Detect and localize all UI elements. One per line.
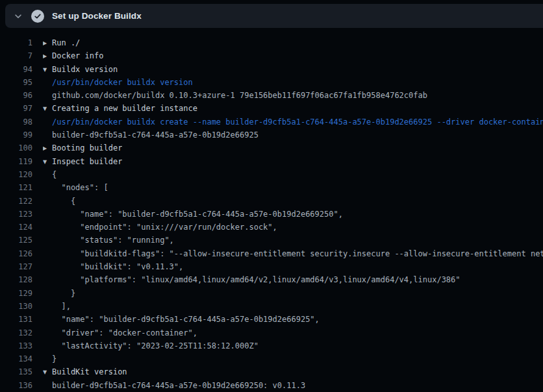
line-number[interactable]: 94 <box>0 63 32 76</box>
line-content: { <box>52 195 75 208</box>
log-line: 97 ▼Creating a new builder instance <box>0 102 543 115</box>
line-number[interactable]: 97 <box>0 102 32 115</box>
log-line: 120 { <box>0 168 543 181</box>
line-content[interactable]: ▼Inspect builder <box>43 155 122 168</box>
line-content[interactable]: ▼BuildKit version <box>43 365 127 378</box>
group-expanded-icon[interactable]: ▼ <box>43 156 52 168</box>
group-title[interactable]: Inspect builder <box>52 157 122 166</box>
line-number[interactable]: 122 <box>0 195 32 208</box>
line-content: "driver": "docker-container", <box>52 326 197 339</box>
group-expanded-icon[interactable]: ▼ <box>43 64 52 76</box>
group-expanded-icon[interactable]: ▼ <box>43 103 52 115</box>
line-number[interactable]: 133 <box>0 339 32 352</box>
log-line: 94 ▼Buildx version <box>0 63 543 76</box>
line-content: github.com/docker/buildx 0.10.3+azure-1 … <box>52 89 427 102</box>
line-number[interactable]: 7 <box>0 49 32 62</box>
line-number[interactable]: 125 <box>0 234 32 247</box>
line-content: "platforms": "linux/amd64,linux/amd64/v2… <box>52 273 461 286</box>
line-number[interactable]: 96 <box>0 89 32 102</box>
line-number[interactable]: 98 <box>0 116 32 129</box>
group-title[interactable]: BuildKit version <box>52 367 127 376</box>
log-line: 96 github.com/docker/buildx 0.10.3+azure… <box>0 89 543 102</box>
line-number[interactable]: 119 <box>0 155 32 168</box>
check-circle-icon <box>31 10 44 23</box>
line-content: } <box>52 287 75 300</box>
log-line: 135 ▼BuildKit version <box>0 365 543 378</box>
line-content: "name": "builder-d9cfb5a1-c764-445a-a57e… <box>52 208 343 221</box>
line-number[interactable]: 134 <box>0 352 32 365</box>
line-content: { <box>52 168 57 181</box>
line-content: "buildkitd-flags": "--allow-insecure-ent… <box>52 247 543 260</box>
log-line: 123 "name": "builder-d9cfb5a1-c764-445a-… <box>0 208 543 221</box>
line-number[interactable]: 124 <box>0 221 32 234</box>
line-number[interactable]: 95 <box>0 76 32 89</box>
line-number[interactable]: 136 <box>0 379 32 392</box>
line-number[interactable]: 99 <box>0 129 32 141</box>
log-line: 99 builder-d9cfb5a1-c764-445a-a57e-0b19d… <box>0 129 543 141</box>
log-line: 132 "driver": "docker-container", <box>0 326 543 339</box>
chevron-down-icon[interactable] <box>13 11 23 21</box>
group-collapsed-icon[interactable]: ▶ <box>43 142 52 154</box>
group-title[interactable]: Buildx version <box>52 65 118 74</box>
group-title[interactable]: Creating a new builder instance <box>52 104 197 113</box>
step-header[interactable]: Set up Docker Buildx <box>5 4 543 28</box>
line-content: builder-d9cfb5a1-c764-445a-a57e-0b19d2e6… <box>52 129 259 141</box>
log-body: 1 ▶Run ./ 7 ▶Docker info 94 ▼Buildx vers… <box>0 29 543 392</box>
log-line: 119 ▼Inspect builder <box>0 155 543 168</box>
line-content: "nodes": [ <box>52 181 108 194</box>
line-content: /usr/bin/docker buildx create --name bui… <box>52 116 543 129</box>
line-content[interactable]: ▼Creating a new builder instance <box>43 102 197 115</box>
line-number[interactable]: 121 <box>0 181 32 194</box>
group-collapsed-icon[interactable]: ▶ <box>43 50 52 62</box>
log-line: 136 builder-d9cfb5a1-c764-445a-a57e-0b19… <box>0 379 543 392</box>
line-number[interactable]: 131 <box>0 313 32 326</box>
group-title[interactable]: Docker info <box>52 51 103 60</box>
log-line: 125 "status": "running", <box>0 234 543 247</box>
log-line: 133 "lastActivity": "2023-02-25T11:58:12… <box>0 339 543 352</box>
group-title[interactable]: Booting builder <box>52 143 122 153</box>
line-number[interactable]: 129 <box>0 287 32 300</box>
line-content: "buildkit": "v0.11.3", <box>52 260 183 273</box>
log-line: 95 /usr/bin/docker buildx version <box>0 76 543 89</box>
line-number[interactable]: 123 <box>0 208 32 221</box>
log-line: 130 ], <box>0 300 543 313</box>
line-content[interactable]: ▶Booting builder <box>43 141 122 154</box>
log-line: 134 } <box>0 352 543 365</box>
line-content[interactable]: ▶Docker info <box>43 49 103 62</box>
line-content: "endpoint": "unix:///var/run/docker.sock… <box>52 221 277 234</box>
line-number[interactable]: 100 <box>0 141 32 154</box>
line-number[interactable]: 135 <box>0 365 32 378</box>
log-line: 98 /usr/bin/docker buildx create --name … <box>0 116 543 129</box>
log-line: 1 ▶Run ./ <box>0 36 543 49</box>
log-line: 100 ▶Booting builder <box>0 141 543 154</box>
line-content[interactable]: ▶Run ./ <box>43 36 80 49</box>
line-number[interactable]: 1 <box>0 36 32 49</box>
group-collapsed-icon[interactable]: ▶ <box>43 37 52 49</box>
line-number[interactable]: 132 <box>0 326 32 339</box>
line-content: ], <box>52 300 71 313</box>
log-line: 124 "endpoint": "unix:///var/run/docker.… <box>0 221 543 234</box>
line-content: "lastActivity": "2023-02-25T11:58:12.000… <box>52 339 259 352</box>
log-line: 122 { <box>0 195 543 208</box>
group-expanded-icon[interactable]: ▼ <box>43 366 52 378</box>
line-number[interactable]: 130 <box>0 300 32 313</box>
step-title: Set up Docker Buildx <box>52 11 142 21</box>
line-content: } <box>52 352 57 365</box>
log-line: 127 "buildkit": "v0.11.3", <box>0 260 543 273</box>
log-line: 131 "name": "builder-d9cfb5a1-c764-445a-… <box>0 313 543 326</box>
line-content: "status": "running", <box>52 234 174 247</box>
line-number[interactable]: 120 <box>0 168 32 181</box>
line-content[interactable]: ▼Buildx version <box>43 63 118 76</box>
line-number[interactable]: 127 <box>0 260 32 273</box>
line-content: "name": "builder-d9cfb5a1-c764-445a-a57e… <box>52 313 320 326</box>
line-number[interactable]: 128 <box>0 273 32 286</box>
group-title[interactable]: Run ./ <box>52 38 80 47</box>
log-line: 129 } <box>0 287 543 300</box>
log-line: 128 "platforms": "linux/amd64,linux/amd6… <box>0 273 543 286</box>
log-line: 121 "nodes": [ <box>0 181 543 194</box>
line-content: builder-d9cfb5a1-c764-445a-a57e-0b19d2e6… <box>52 379 305 392</box>
line-number[interactable]: 126 <box>0 247 32 260</box>
log-line: 7 ▶Docker info <box>0 49 543 62</box>
line-content: /usr/bin/docker buildx version <box>52 76 193 89</box>
log-line: 126 "buildkitd-flags": "--allow-insecure… <box>0 247 543 260</box>
